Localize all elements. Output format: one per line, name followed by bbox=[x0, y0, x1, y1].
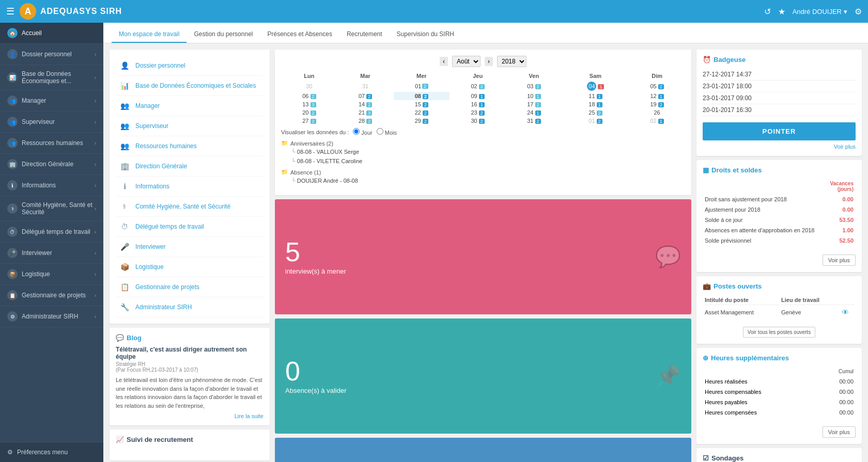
cal-day[interactable]: 24 1 bbox=[506, 108, 562, 117]
cal-day[interactable]: 05 2 bbox=[629, 81, 685, 92]
heures-row3-val: 00:00 bbox=[821, 397, 855, 407]
sidebar-item-logistique[interactable]: 📦 Logistique › bbox=[0, 264, 103, 285]
ql-chss[interactable]: ⚕ Comité Hygiène, Santé et Sécurité bbox=[116, 197, 264, 217]
cal-day[interactable]: 03 2 bbox=[506, 81, 562, 92]
cal-day[interactable]: 15 2 bbox=[394, 100, 450, 108]
cal-day[interactable]: 30 bbox=[281, 81, 337, 92]
voir-postes-button[interactable]: Voir tous les postes ouverts bbox=[743, 327, 815, 338]
cal-day[interactable]: 07 2 bbox=[337, 92, 394, 100]
cal-day[interactable]: 22 2 bbox=[394, 108, 450, 117]
cal-next-button[interactable]: › bbox=[485, 57, 493, 66]
cal-day[interactable]: 06 2 bbox=[281, 92, 337, 100]
cal-day[interactable]: 14 2 bbox=[337, 100, 394, 108]
ql-delegue[interactable]: ⏱ Délégué temps de travail bbox=[116, 217, 264, 237]
tab-presences[interactable]: Présences et Absences bbox=[260, 26, 339, 43]
cal-day[interactable]: 27 2 bbox=[281, 117, 337, 125]
heures-voir-plus-button[interactable]: Voir plus bbox=[823, 426, 856, 438]
cal-day[interactable]: 20 2 bbox=[281, 108, 337, 117]
cal-jour-radio[interactable]: Jour bbox=[353, 128, 372, 136]
cal-day[interactable]: 17 2 bbox=[506, 100, 562, 108]
cal-day[interactable]: 01 2 bbox=[562, 117, 629, 125]
ql-dg[interactable]: 🏢 Direction Générale bbox=[116, 156, 264, 177]
ql-admin-label: Administrateur SIRH bbox=[135, 304, 192, 311]
ql-admin[interactable]: 🔧 Administrateur SIRH bbox=[116, 297, 264, 317]
eye-icon[interactable]: 👁 bbox=[842, 308, 849, 316]
cal-day[interactable]: 01 2 bbox=[394, 81, 450, 92]
cal-day[interactable]: 31 2 bbox=[506, 117, 562, 125]
sidebar-item-accueil[interactable]: 🏠 Accueil bbox=[0, 23, 103, 44]
cal-day[interactable]: 30 2 bbox=[450, 117, 506, 125]
quick-links-card: 👤 Dossier personnel 📊 Base de Données Éc… bbox=[110, 50, 270, 324]
sidebar-item-interviewer[interactable]: 🎤 Interviewer › bbox=[0, 243, 103, 264]
user-menu[interactable]: André DOUIJER ▾ bbox=[793, 8, 847, 15]
refresh-icon[interactable]: ↺ bbox=[764, 7, 771, 17]
sidebar-item-manager[interactable]: 👥 Manager › bbox=[0, 90, 103, 111]
cal-day[interactable]: 02 1 bbox=[629, 117, 685, 125]
sidebar-item-chss[interactable]: ⚕ Comité Hygiène, Santé et Sécurité › bbox=[0, 196, 103, 221]
cal-mois-radio[interactable]: Mois bbox=[377, 128, 397, 136]
sidebar-item-informations[interactable]: ℹ Informations › bbox=[0, 175, 103, 196]
cal-day[interactable]: 11 1 bbox=[562, 92, 629, 100]
ql-logistique-label: Logistique bbox=[135, 263, 164, 270]
sidebar-item-bdes[interactable]: 📊 Base de Données Économiques et... › bbox=[0, 65, 103, 90]
tab-gestion-personnel[interactable]: Gestion du personnel bbox=[187, 26, 260, 43]
ql-interview-label: Interviewer bbox=[135, 243, 166, 250]
cal-anniversaires-group: 📁 Anniversaires (2) 08-08 - VALLOUX Serg… bbox=[281, 140, 685, 166]
tab-recrutement[interactable]: Recrutement bbox=[339, 26, 390, 43]
ql-interviewer[interactable]: 🎤 Interviewer bbox=[116, 237, 264, 257]
cal-row-5: 27 2 28 2 29 2 30 2 31 2 01 2 02 1 bbox=[281, 117, 685, 125]
cal-day[interactable]: 02 2 bbox=[450, 81, 506, 92]
stat-interviews-label: interview(s) à mener bbox=[285, 267, 346, 275]
blog-read-more[interactable]: Lire la suite bbox=[116, 413, 264, 419]
sidebar-item-dg[interactable]: 🏢 Direction Générale › bbox=[0, 154, 103, 175]
cal-day[interactable]: 04 1 bbox=[562, 81, 629, 92]
droits-col1-header bbox=[704, 179, 826, 194]
cal-day[interactable]: 21 3 bbox=[337, 108, 394, 117]
rh-icon: 👥 bbox=[7, 138, 18, 148]
droits-voir-plus-button[interactable]: Voir plus bbox=[823, 254, 856, 266]
ql-rh[interactable]: 👥 Ressources humaines bbox=[116, 136, 264, 156]
cal-day[interactable]: 26 bbox=[629, 108, 685, 117]
sidebar-item-superviseur[interactable]: 👥 Superviseur › bbox=[0, 111, 103, 133]
preferences-menu[interactable]: ⚙ Préferences menu bbox=[0, 442, 103, 462]
ql-projets[interactable]: 📋 Gestionnaire de projets bbox=[116, 277, 264, 297]
ql-logistique[interactable]: 📦 Logistique bbox=[116, 257, 264, 277]
pointer-button[interactable]: POINTER bbox=[703, 122, 856, 140]
ql-dossier[interactable]: 👤 Dossier personnel bbox=[116, 56, 264, 76]
cal-month-select[interactable]: Août bbox=[452, 56, 481, 67]
cal-day[interactable]: 25 2 bbox=[562, 108, 629, 117]
tab-mon-espace[interactable]: Mon espace de travail bbox=[112, 26, 187, 43]
cal-day[interactable]: 09 1 bbox=[450, 92, 506, 100]
cal-day[interactable]: 18 1 bbox=[562, 100, 629, 108]
ql-superviseur[interactable]: 👥 Superviseur bbox=[116, 116, 264, 136]
sidebar-item-delegue[interactable]: ⏱ Délégué temps de travail › bbox=[0, 221, 103, 243]
ql-informations[interactable]: ℹ Informations bbox=[116, 177, 264, 197]
badgeuse-voir-plus[interactable]: Voir plus bbox=[703, 144, 856, 150]
cal-day[interactable]: 08 2 bbox=[394, 92, 450, 100]
ql-dossier-label: Dossier personnel bbox=[135, 62, 185, 69]
ql-manager[interactable]: 👥 Manager bbox=[116, 96, 264, 116]
sidebar-item-admin[interactable]: ⚙ Administrateur SIRH › bbox=[0, 306, 103, 327]
tab-supervision[interactable]: Supervision du SIRH bbox=[390, 26, 461, 43]
sidebar-label-dossier: Dossier personnel bbox=[22, 51, 72, 58]
cal-day[interactable]: 13 3 bbox=[281, 100, 337, 108]
sidebar-item-projets[interactable]: 📋 Gestionnaire de projets › bbox=[0, 285, 103, 306]
cal-day[interactable]: 29 2 bbox=[394, 117, 450, 125]
cal-day[interactable]: 10 1 bbox=[506, 92, 562, 100]
settings-icon[interactable]: ⚙ bbox=[855, 7, 862, 17]
cal-group-title-anniversaires: 📁 Anniversaires (2) bbox=[281, 140, 685, 147]
cal-day[interactable]: 31 bbox=[337, 81, 394, 92]
cal-day[interactable]: 19 2 bbox=[629, 100, 685, 108]
cal-year-select[interactable]: 2018 bbox=[497, 56, 526, 67]
cal-day[interactable]: 28 2 bbox=[337, 117, 394, 125]
ql-bdes[interactable]: 📊 Base de Données Économiques et Sociale… bbox=[116, 76, 264, 96]
cal-day[interactable]: 12 1 bbox=[629, 92, 685, 100]
cal-day[interactable]: 23 2 bbox=[450, 108, 506, 117]
folder-icon: 📁 bbox=[281, 140, 288, 147]
cal-prev-button[interactable]: ‹ bbox=[440, 57, 448, 66]
cal-day[interactable]: 16 1 bbox=[450, 100, 506, 108]
star-icon[interactable]: ★ bbox=[778, 7, 785, 17]
menu-icon[interactable]: ☰ bbox=[6, 6, 14, 17]
sidebar-item-rh[interactable]: 👥 Ressources humaines › bbox=[0, 133, 103, 154]
sidebar-item-dossier[interactable]: 👤 Dossier personnel › bbox=[0, 44, 103, 65]
